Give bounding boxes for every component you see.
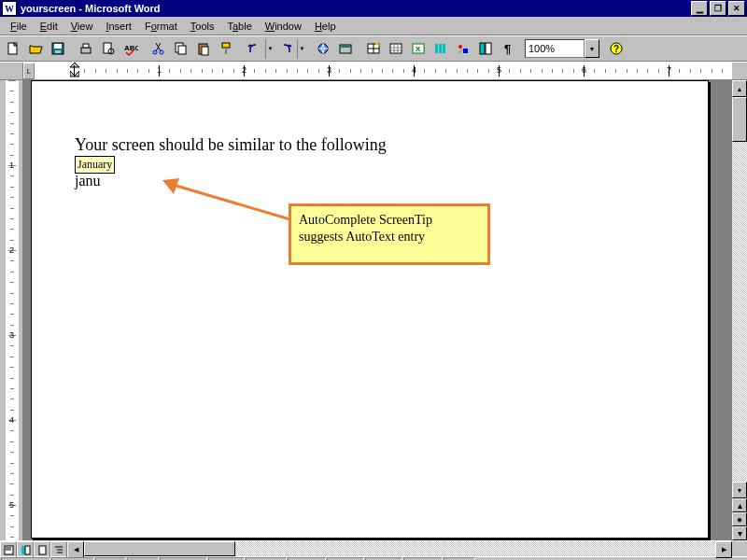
browse-object-button[interactable]: ● — [732, 512, 747, 526]
page-layout-view-button[interactable] — [34, 541, 50, 558]
undo-button[interactable] — [243, 38, 265, 60]
svg-text:ABC: ABC — [124, 44, 138, 52]
svg-rect-4 — [81, 48, 91, 53]
hscroll-track[interactable] — [235, 541, 715, 556]
svg-marker-41 — [162, 178, 179, 194]
previous-page-button[interactable]: ▴ — [732, 498, 747, 512]
zoom-dropdown[interactable]: ▼ — [585, 39, 599, 58]
document-title: yourscreen — [21, 3, 76, 14]
work-area: 12345 Your screen should be similar to t… — [0, 80, 747, 540]
svg-rect-45 — [21, 546, 25, 554]
vertical-ruler[interactable]: 12345 — [0, 80, 23, 540]
horizontal-ruler[interactable]: L 1234567 — [0, 62, 747, 80]
redo-button[interactable] — [275, 38, 297, 60]
svg-rect-36 — [486, 43, 491, 54]
help-button[interactable]: ? — [605, 38, 627, 60]
svg-rect-47 — [39, 546, 46, 554]
menu-window[interactable]: Window — [259, 19, 308, 34]
svg-rect-32 — [443, 44, 445, 53]
ruler-corner — [0, 63, 23, 79]
svg-rect-31 — [439, 44, 442, 53]
paste-button[interactable] — [192, 38, 215, 60]
next-page-button[interactable]: ▾ — [732, 526, 747, 540]
menu-edit[interactable]: Edit — [34, 19, 64, 34]
vertical-scrollbar[interactable]: ▲ ▼ ▴ ● ▾ — [731, 80, 747, 540]
callout-line1: AutoComplete ScreenTip — [299, 212, 480, 229]
svg-rect-2 — [54, 44, 62, 49]
redo-dropdown[interactable]: ▼ — [297, 39, 306, 59]
show-hide-button[interactable]: ¶ — [497, 38, 519, 60]
svg-rect-12 — [178, 46, 186, 54]
svg-rect-35 — [480, 43, 485, 54]
svg-rect-16 — [225, 48, 227, 54]
document-area[interactable]: Your screen should be similar to the fol… — [23, 80, 731, 540]
svg-rect-30 — [435, 44, 438, 53]
scroll-track[interactable] — [732, 142, 747, 482]
menu-bar: File Edit View Insert Format Tools Table… — [0, 17, 747, 35]
svg-point-33 — [458, 45, 462, 49]
svg-rect-5 — [83, 44, 89, 48]
close-button[interactable]: ✕ — [728, 1, 745, 16]
print-preview-button[interactable] — [97, 38, 120, 60]
svg-rect-15 — [222, 43, 230, 48]
hyperlink-button[interactable] — [312, 38, 334, 60]
insert-table-button[interactable] — [385, 38, 407, 60]
scroll-down-button[interactable]: ▼ — [732, 482, 747, 498]
svg-rect-23 — [390, 44, 402, 53]
zoom-combo[interactable]: 100% — [525, 39, 585, 58]
tables-borders-button[interactable] — [362, 38, 385, 60]
tab-selector[interactable]: L — [23, 63, 35, 79]
app-name: Microsoft Word — [85, 3, 160, 14]
minimize-button[interactable]: ▁ — [691, 1, 708, 16]
ruler-track[interactable]: 1234567 — [35, 63, 732, 79]
excel-button[interactable]: X — [407, 38, 430, 60]
svg-text:?: ? — [613, 44, 619, 54]
document-text-line[interactable]: Your screen should be similar to the fol… — [75, 135, 387, 155]
save-button[interactable] — [47, 38, 69, 60]
menu-view[interactable]: View — [64, 19, 100, 34]
app-icon: W — [2, 1, 17, 16]
spellcheck-button[interactable]: ABC — [120, 38, 142, 60]
menu-help[interactable]: Help — [308, 19, 343, 34]
maximize-button[interactable]: ❐ — [710, 1, 726, 16]
web-toolbar-button[interactable] — [334, 38, 357, 60]
menu-insert[interactable]: Insert — [99, 19, 138, 34]
open-button[interactable] — [24, 38, 47, 60]
outline-view-button[interactable] — [50, 541, 67, 558]
format-painter-button[interactable] — [215, 38, 237, 60]
drawing-button[interactable] — [452, 38, 474, 60]
callout-line2: suggests AutoText entry — [299, 229, 480, 245]
standard-toolbar: ABC ▼ ▼ X ¶ 100% ▼ ? — [0, 35, 747, 62]
normal-view-button[interactable] — [0, 541, 17, 558]
menu-tools[interactable]: Tools — [184, 19, 221, 34]
online-layout-view-button[interactable] — [17, 541, 34, 558]
svg-point-10 — [160, 50, 163, 54]
status-bar: Page 1 Sec 1 1/1 At 1.4" Ln 3 Col 5 REC … — [0, 556, 747, 560]
callout-box: AutoComplete ScreenTip suggests AutoText… — [289, 203, 490, 265]
typed-text[interactable]: janu — [75, 173, 101, 189]
svg-text:X: X — [416, 45, 421, 53]
scroll-left-button[interactable]: ◀ — [67, 541, 84, 558]
svg-rect-46 — [25, 546, 30, 554]
print-button[interactable] — [75, 38, 97, 60]
menu-table[interactable]: Table — [220, 19, 258, 34]
menu-format[interactable]: Format — [138, 19, 184, 34]
new-button[interactable] — [2, 38, 24, 60]
ruler-indent-marker[interactable] — [70, 63, 79, 79]
undo-dropdown[interactable]: ▼ — [265, 39, 275, 59]
svg-rect-14 — [202, 47, 208, 55]
hscroll-thumb[interactable] — [84, 541, 235, 556]
title-separator: - — [76, 3, 85, 14]
page[interactable]: Your screen should be similar to the fol… — [31, 80, 709, 539]
callout-arrow — [153, 175, 303, 231]
document-map-button[interactable] — [474, 38, 497, 60]
scroll-right-button[interactable]: ▶ — [715, 541, 732, 558]
columns-button[interactable] — [430, 38, 452, 60]
copy-button[interactable] — [170, 38, 192, 60]
cut-button[interactable] — [148, 38, 170, 60]
svg-rect-19 — [341, 46, 350, 48]
scroll-thumb[interactable] — [732, 97, 747, 142]
title-bar: W yourscreen - Microsoft Word ▁ ❐ ✕ — [0, 0, 747, 17]
menu-file[interactable]: File — [4, 19, 34, 34]
scroll-up-button[interactable]: ▲ — [732, 80, 747, 97]
